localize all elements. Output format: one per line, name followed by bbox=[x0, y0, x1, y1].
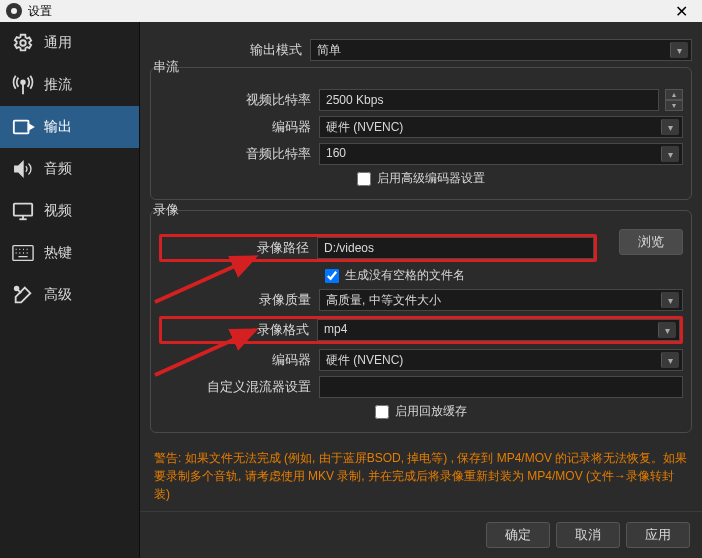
group-title-streaming: 串流 bbox=[147, 58, 185, 76]
audio-bitrate-label: 音频比特率 bbox=[159, 145, 319, 163]
sidebar-item-output[interactable]: 输出 bbox=[0, 106, 139, 148]
recording-format-warning: 警告: 如果文件无法完成 (例如, 由于蓝屏BSOD, 掉电等) , 保存到 M… bbox=[150, 443, 692, 507]
recording-quality-label: 录像质量 bbox=[159, 291, 319, 309]
svg-rect-2 bbox=[14, 121, 29, 134]
recording-encoder-label: 编码器 bbox=[159, 351, 319, 369]
chevron-updown-icon: ▾ bbox=[661, 146, 679, 162]
sidebar-item-video[interactable]: 视频 bbox=[0, 190, 139, 232]
speaker-icon bbox=[12, 158, 34, 180]
chevron-updown-icon: ▾ bbox=[661, 292, 679, 308]
chevron-updown-icon: ▾ bbox=[658, 322, 676, 338]
highlight-recording-format: 录像格式 mp4 ▾ bbox=[159, 316, 683, 344]
gear-icon bbox=[12, 32, 34, 54]
recording-group: 录像 录像路径 浏览 生成没有空格的文件名 bbox=[150, 210, 692, 433]
svg-point-1 bbox=[21, 80, 25, 84]
sidebar-item-advanced[interactable]: 高级 bbox=[0, 274, 139, 316]
no-space-filename-checkbox[interactable] bbox=[325, 269, 339, 283]
recording-format-label: 录像格式 bbox=[162, 321, 317, 339]
tools-icon bbox=[12, 284, 34, 306]
monitor-icon bbox=[12, 200, 34, 222]
replay-buffer-label: 启用回放缓存 bbox=[395, 403, 467, 420]
streaming-group: 串流 视频比特率 ▴▾ 编码器 硬件 bbox=[150, 67, 692, 200]
obs-logo-icon bbox=[6, 3, 22, 19]
close-icon[interactable]: ✕ bbox=[667, 2, 696, 21]
chevron-updown-icon: ▾ bbox=[661, 352, 679, 368]
sidebar-item-label: 热键 bbox=[44, 244, 72, 262]
replay-buffer-checkbox[interactable] bbox=[375, 405, 389, 419]
apply-button[interactable]: 应用 bbox=[626, 522, 690, 548]
titlebar: 设置 ✕ bbox=[0, 0, 702, 22]
svg-point-5 bbox=[15, 287, 19, 291]
keyboard-icon bbox=[12, 242, 34, 264]
sidebar-item-label: 音频 bbox=[44, 160, 72, 178]
audio-bitrate-select[interactable]: 160 ▾ bbox=[319, 143, 683, 165]
stream-encoder-label: 编码器 bbox=[159, 118, 319, 136]
sidebar-item-general[interactable]: 通用 bbox=[0, 22, 139, 64]
spinner-buttons[interactable]: ▴▾ bbox=[665, 89, 683, 111]
dialog-footer: 确定 取消 应用 bbox=[140, 511, 702, 558]
group-title-recording: 录像 bbox=[147, 201, 185, 219]
recording-path-input[interactable] bbox=[317, 237, 594, 259]
output-icon bbox=[12, 116, 34, 138]
recording-format-select[interactable]: mp4 ▾ bbox=[317, 319, 680, 341]
cancel-button[interactable]: 取消 bbox=[556, 522, 620, 548]
recording-path-label: 录像路径 bbox=[162, 239, 317, 257]
muxer-label: 自定义混流器设置 bbox=[159, 378, 319, 396]
sidebar-item-label: 推流 bbox=[44, 76, 72, 94]
chevron-updown-icon: ▾ bbox=[661, 119, 679, 135]
sidebar-item-stream[interactable]: 推流 bbox=[0, 64, 139, 106]
stream-encoder-select[interactable]: 硬件 (NVENC) ▾ bbox=[319, 116, 683, 138]
window-title: 设置 bbox=[28, 3, 667, 20]
svg-point-0 bbox=[20, 40, 26, 46]
output-mode-select[interactable]: 简单 ▾ bbox=[310, 39, 692, 61]
sidebar-item-audio[interactable]: 音频 bbox=[0, 148, 139, 190]
sidebar-item-label: 高级 bbox=[44, 286, 72, 304]
sidebar-item-label: 输出 bbox=[44, 118, 72, 136]
output-mode-label: 输出模式 bbox=[150, 41, 310, 59]
advanced-encoder-checkbox[interactable] bbox=[357, 172, 371, 186]
recording-quality-select[interactable]: 高质量, 中等文件大小 ▾ bbox=[319, 289, 683, 311]
no-space-filename-label: 生成没有空格的文件名 bbox=[345, 267, 465, 284]
ok-button[interactable]: 确定 bbox=[486, 522, 550, 548]
chevron-updown-icon: ▾ bbox=[670, 42, 688, 58]
advanced-encoder-checkbox-label: 启用高级编码器设置 bbox=[377, 170, 485, 187]
muxer-input[interactable] bbox=[319, 376, 683, 398]
recording-encoder-select[interactable]: 硬件 (NVENC) ▾ bbox=[319, 349, 683, 371]
sidebar-item-label: 视频 bbox=[44, 202, 72, 220]
video-bitrate-label: 视频比特率 bbox=[159, 91, 319, 109]
highlight-recording-path: 录像路径 bbox=[159, 234, 597, 262]
settings-sidebar: 通用 推流 输出 音频 bbox=[0, 22, 140, 558]
browse-button[interactable]: 浏览 bbox=[619, 229, 683, 255]
sidebar-item-label: 通用 bbox=[44, 34, 72, 52]
video-bitrate-input[interactable] bbox=[319, 89, 659, 111]
sidebar-item-hotkeys[interactable]: 热键 bbox=[0, 232, 139, 274]
antenna-icon bbox=[12, 74, 34, 96]
svg-rect-3 bbox=[14, 204, 32, 216]
